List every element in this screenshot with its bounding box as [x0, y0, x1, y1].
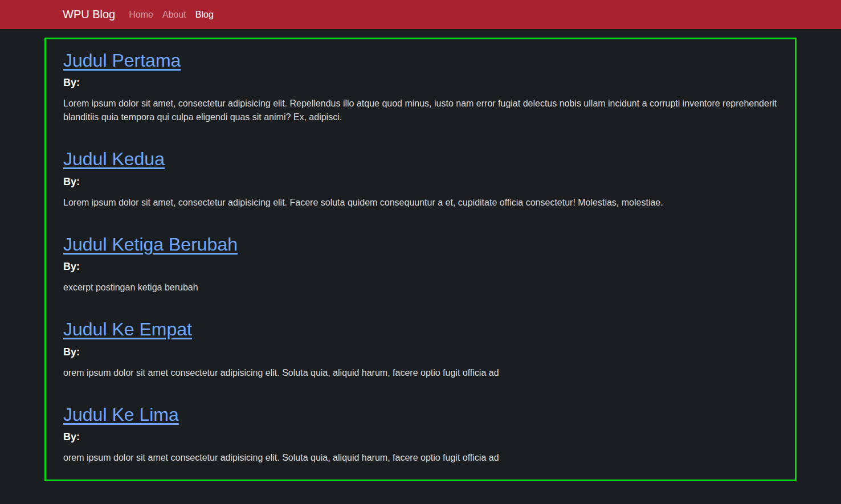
post-title-link[interactable]: Judul Ke Lima [63, 404, 179, 425]
nav-item-home[interactable]: Home [124, 5, 158, 24]
post-byline: By: [63, 431, 778, 443]
post-title-link[interactable]: Judul Kedua [63, 149, 165, 169]
post-title: Judul Ketiga Berubah [63, 233, 778, 255]
post-excerpt: orem ipsum dolor sit amet consectetur ad… [63, 366, 778, 380]
nav-item-about[interactable]: About [158, 5, 191, 24]
post-item-4: Judul Ke Empat By: orem ipsum dolor sit … [63, 318, 778, 379]
post-item-3: Judul Ketiga Berubah By: excerpt posting… [63, 233, 778, 294]
post-title-link[interactable]: Judul Ke Empat [63, 319, 192, 339]
brand-link[interactable]: WPU Blog [63, 8, 115, 21]
post-item-1: Judul Pertama By: Lorem ipsum dolor sit … [63, 50, 778, 124]
post-byline: By: [63, 176, 778, 188]
nav-menu: Home About Blog [124, 5, 218, 24]
post-title: Judul Pertama [63, 50, 778, 71]
post-title-link[interactable]: Judul Ketiga Berubah [63, 234, 238, 255]
posts-container: Judul Pertama By: Lorem ipsum dolor sit … [44, 38, 797, 481]
post-title: Judul Ke Lima [63, 404, 778, 425]
post-byline: By: [63, 346, 778, 358]
post-item-2: Judul Kedua By: Lorem ipsum dolor sit am… [63, 148, 778, 209]
post-byline: By: [63, 77, 778, 89]
post-excerpt: orem ipsum dolor sit amet consectetur ad… [63, 451, 778, 465]
post-title: Judul Kedua [63, 148, 778, 170]
post-excerpt: Lorem ipsum dolor sit amet, consectetur … [63, 97, 778, 124]
post-excerpt: excerpt postingan ketiga berubah [63, 281, 778, 294]
post-title-link[interactable]: Judul Pertama [63, 50, 181, 71]
post-item-5: Judul Ke Lima By: orem ipsum dolor sit a… [63, 404, 778, 465]
post-title: Judul Ke Empat [63, 318, 778, 340]
nav-item-blog[interactable]: Blog [191, 5, 218, 24]
navbar-container: WPU Blog Home About Blog [44, 0, 797, 29]
navbar: WPU Blog Home About Blog [0, 0, 841, 29]
post-excerpt: Lorem ipsum dolor sit amet, consectetur … [63, 196, 778, 210]
post-byline: By: [63, 261, 778, 273]
